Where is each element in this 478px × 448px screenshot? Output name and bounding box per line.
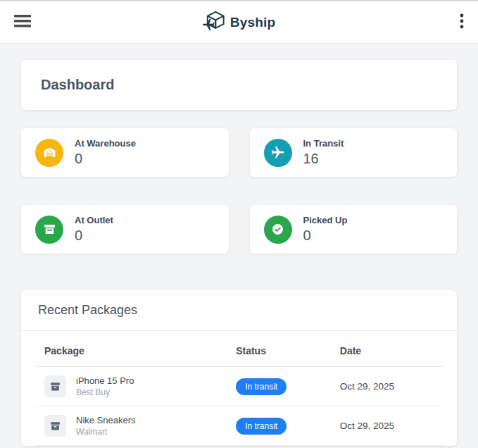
stat-value: 0: [303, 228, 348, 244]
stat-card-picked-up[interactable]: Picked Up 0: [250, 205, 458, 254]
packages-table: Package Status Date iPhone 15 Pro: [35, 345, 443, 446]
stat-label: At Warehouse: [75, 138, 136, 149]
stat-label: At Outlet: [75, 215, 113, 225]
date-cell: Oct 29, 2025: [331, 412, 443, 440]
hamburger-icon: [14, 14, 32, 30]
column-header-package: Package: [35, 345, 227, 366]
package-text: iPhone 15 Pro Best Buy: [76, 375, 134, 397]
brand-logo: Byship: [203, 9, 276, 36]
dashboard-title-card: Dashboard: [21, 60, 457, 110]
package-name: iPhone 15 Pro: [76, 375, 134, 386]
stat-text: Picked Up 0: [303, 215, 348, 244]
stat-card-in-transit[interactable]: In Transit 16: [250, 128, 458, 177]
page-title: Dashboard: [41, 77, 437, 93]
more-options-button[interactable]: [457, 11, 467, 34]
package-text: Nike Sneakers Walmart: [76, 415, 136, 437]
status-badge: In transit: [236, 378, 287, 395]
stat-value: 0: [75, 151, 136, 167]
package-merchant: Best Buy: [76, 387, 134, 397]
recent-packages-header: Recent Packages: [21, 290, 457, 331]
date-cell: Oct 29, 2025: [331, 373, 443, 400]
package-box-icon: [44, 375, 66, 397]
stats-grid: At Warehouse 0 In Transit 16: [21, 128, 457, 254]
stat-card-at-outlet[interactable]: At Outlet 0: [21, 205, 229, 254]
table-header-row: Package Status Date: [35, 345, 443, 367]
byship-box-plane-icon: [203, 9, 228, 36]
stat-value: 16: [303, 151, 344, 167]
column-header-status: Status: [227, 345, 331, 366]
status-cell: In transit: [227, 370, 331, 404]
column-header-date: Date: [331, 345, 443, 366]
stat-text: In Transit 16: [303, 138, 344, 167]
store-icon: [35, 216, 63, 244]
table-row[interactable]: Nike Sneakers Walmart In transit Oct 29,…: [35, 406, 443, 446]
stat-card-at-warehouse[interactable]: At Warehouse 0: [21, 128, 229, 177]
stat-label: In Transit: [303, 138, 344, 149]
table-row[interactable]: iPhone 15 Pro Best Buy In transit Oct 29…: [35, 367, 443, 406]
warehouse-icon: [35, 139, 63, 167]
stat-value: 0: [75, 228, 113, 244]
brand-name: Byship: [230, 15, 276, 30]
check-circle-icon: [264, 216, 292, 244]
plane-icon: [264, 139, 292, 167]
stat-text: At Outlet 0: [75, 215, 113, 244]
stat-label: Picked Up: [303, 215, 348, 225]
package-cell: Nike Sneakers Walmart: [35, 406, 227, 445]
main-content: Dashboard At Warehouse 0: [0, 60, 478, 446]
status-badge: In transit: [236, 418, 287, 435]
app-header: Byship: [0, 1, 478, 44]
kebab-icon: [460, 13, 464, 31]
package-box-icon: [44, 415, 66, 437]
recent-packages-card: Recent Packages Package Status Date: [21, 290, 457, 446]
hamburger-menu-button[interactable]: [11, 11, 34, 33]
stat-text: At Warehouse 0: [75, 138, 136, 167]
package-merchant: Walmart: [76, 427, 136, 437]
recent-packages-body: Package Status Date iPhone 15 Pro: [21, 331, 457, 446]
package-cell: iPhone 15 Pro Best Buy: [35, 367, 227, 406]
recent-packages-title: Recent Packages: [38, 303, 440, 318]
package-name: Nike Sneakers: [76, 415, 136, 425]
status-cell: In transit: [227, 409, 331, 443]
